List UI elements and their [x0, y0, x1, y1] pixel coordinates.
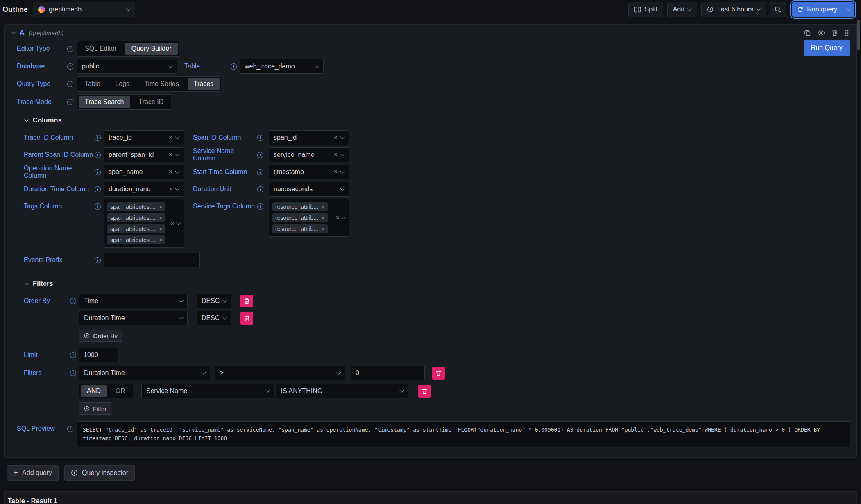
clear-icon[interactable] — [169, 134, 172, 141]
clear-icon[interactable] — [169, 169, 172, 175]
add-order-by-button[interactable]: Order By — [79, 330, 122, 342]
filter-value-input[interactable] — [351, 366, 425, 380]
service-name-column-label: Service Name Column — [193, 147, 263, 162]
run-query-button[interactable]: Run query — [792, 2, 843, 17]
remove-chip-icon[interactable] — [322, 204, 325, 210]
clear-all-icon[interactable] — [171, 220, 174, 227]
start-time-column-select[interactable]: timestamp — [269, 165, 349, 179]
order-by-direction-select[interactable]: DESC — [197, 311, 231, 325]
info-icon[interactable] — [70, 370, 76, 376]
remove-chip-icon[interactable] — [322, 226, 325, 232]
remove-order-by-button[interactable] — [240, 312, 253, 325]
order-by-field-select[interactable]: Duration Time — [79, 311, 188, 325]
datasource-picker[interactable]: greptimedb — [33, 2, 135, 17]
clear-icon[interactable] — [334, 134, 338, 141]
toolbar-right: Split Add Last 6 hours Run query — [628, 2, 857, 17]
info-icon[interactable] — [257, 169, 263, 175]
zoom-out-time-button[interactable] — [770, 2, 786, 17]
remove-chip-icon[interactable] — [159, 237, 162, 243]
duplicate-query-icon[interactable] — [804, 29, 811, 36]
info-icon[interactable] — [231, 63, 237, 70]
info-icon[interactable] — [257, 203, 263, 210]
operation-name-column-select[interactable]: span_name — [104, 165, 184, 179]
remove-chip-icon[interactable] — [159, 215, 162, 221]
limit-input[interactable] — [79, 348, 118, 362]
order-by-direction-select[interactable]: DESC — [197, 294, 231, 308]
parent-span-id-column-select[interactable]: parent_span_id — [104, 147, 184, 162]
label-text: Filters — [24, 369, 42, 377]
panel-run-query-button[interactable]: Run Query — [804, 40, 850, 56]
query-type-option-time-series[interactable]: Time Series — [138, 78, 185, 90]
columns-section-toggle[interactable]: Columns — [25, 116, 850, 124]
hide-query-icon[interactable] — [818, 30, 825, 36]
remove-chip-icon[interactable] — [322, 215, 325, 221]
info-icon[interactable] — [67, 99, 73, 105]
filter-field-select[interactable]: Duration Time — [79, 366, 210, 380]
query-inspector-button[interactable]: Query inspector — [64, 465, 135, 481]
table-select[interactable]: web_trace_demo — [240, 59, 324, 74]
time-range-picker[interactable]: Last 6 hours — [701, 2, 766, 17]
clear-icon[interactable] — [169, 186, 172, 192]
run-query-options-button[interactable] — [843, 2, 854, 17]
clear-icon[interactable] — [334, 151, 338, 158]
info-icon[interactable] — [95, 257, 101, 263]
clear-icon[interactable] — [334, 169, 338, 175]
tags-column-multiselect[interactable]: span_attributes.... span_attributes.... … — [104, 199, 184, 248]
query-type-option-logs[interactable]: Logs — [109, 78, 136, 90]
scrollbar-thumb[interactable] — [857, 20, 860, 50]
span-id-column-select[interactable]: span_id — [269, 130, 349, 145]
filter-operator-select[interactable]: IS ANYTHING — [276, 384, 408, 398]
info-icon[interactable] — [95, 203, 101, 210]
info-icon[interactable] — [70, 352, 76, 358]
filter-operator-select[interactable]: > — [215, 366, 345, 380]
editor-type-option-query-builder[interactable]: Query Builder — [125, 43, 178, 55]
clear-icon[interactable] — [169, 151, 172, 158]
info-icon[interactable] — [70, 298, 76, 304]
filters-section-toggle[interactable]: Filters — [25, 280, 850, 287]
logic-option-and[interactable]: AND — [81, 385, 107, 397]
select-value: span_id — [274, 134, 331, 141]
split-button[interactable]: Split — [628, 2, 663, 17]
editor-type-option-sql-editor[interactable]: SQL Editor — [79, 43, 123, 55]
info-icon[interactable] — [67, 81, 73, 87]
duration-unit-select[interactable]: nanoseconds — [269, 182, 349, 197]
trace-mode-option-trace-search[interactable]: Trace Search — [79, 96, 130, 108]
query-type-option-traces[interactable]: Traces — [188, 78, 220, 90]
info-icon[interactable] — [257, 135, 263, 141]
info-icon[interactable] — [67, 426, 73, 432]
add-dropdown-button[interactable]: Add — [667, 2, 697, 17]
remove-order-by-button[interactable] — [240, 295, 253, 307]
trace-mode-option-trace-id[interactable]: Trace ID — [132, 96, 170, 108]
trace-id-column-select[interactable]: trace_id — [104, 130, 184, 145]
remove-filter-button[interactable] — [432, 367, 445, 380]
plus-icon — [14, 469, 18, 477]
drag-handle-icon[interactable] — [845, 29, 849, 36]
filter-field-select[interactable]: Service Name — [141, 384, 274, 398]
clear-all-icon[interactable] — [336, 215, 340, 221]
remove-filter-button[interactable] — [418, 385, 431, 398]
remove-chip-icon[interactable] — [159, 204, 162, 210]
info-icon[interactable] — [257, 186, 263, 192]
query-type-option-table[interactable]: Table — [79, 78, 106, 90]
events-prefix-input[interactable] — [104, 253, 200, 267]
remove-query-icon[interactable] — [832, 29, 838, 36]
add-filter-button[interactable]: Filter — [79, 402, 111, 415]
info-icon[interactable] — [95, 186, 101, 192]
service-name-column-select[interactable]: service_name — [269, 147, 349, 162]
info-icon[interactable] — [95, 135, 101, 141]
info-icon[interactable] — [95, 169, 101, 175]
logic-option-or[interactable]: OR — [109, 385, 131, 397]
info-icon[interactable] — [257, 152, 263, 158]
chip-label: resource_attrib... — [275, 226, 318, 232]
info-icon[interactable] — [95, 152, 101, 158]
info-icon[interactable] — [67, 63, 73, 70]
add-query-button[interactable]: Add query — [7, 465, 59, 481]
duration-time-column-select[interactable]: duration_nano — [104, 182, 184, 197]
info-icon[interactable] — [67, 46, 73, 52]
service-tags-column-multiselect[interactable]: resource_attrib... resource_attrib... re… — [269, 199, 349, 237]
remove-chip-icon[interactable] — [159, 226, 162, 232]
database-select[interactable]: public — [77, 59, 177, 74]
order-by-field-select[interactable]: Time — [79, 294, 188, 308]
select-value: duration_nano — [109, 185, 165, 193]
collapse-query-icon[interactable] — [11, 29, 16, 34]
